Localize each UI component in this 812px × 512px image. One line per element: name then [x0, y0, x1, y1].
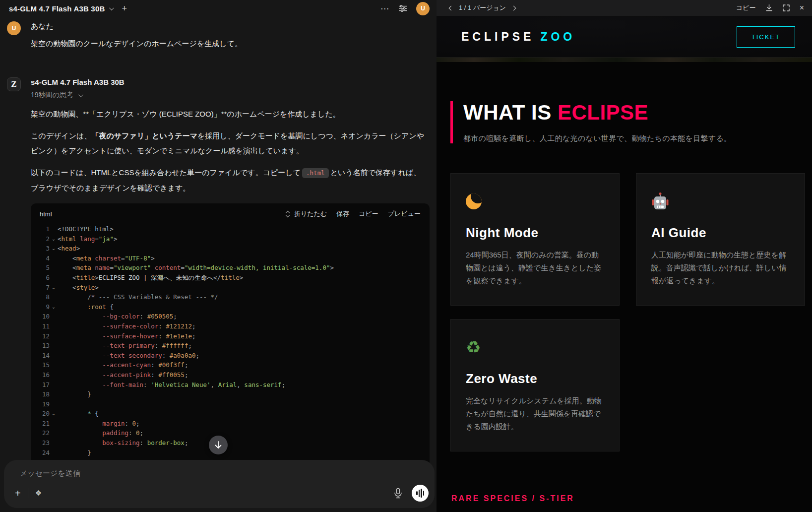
code-text: } — [58, 389, 91, 399]
message-composer: + ❖ — [4, 460, 435, 508]
card-title: Zero Waste — [466, 371, 604, 386]
fold-chevron-icon[interactable]: ⌄ — [50, 234, 58, 244]
line-number: 16 — [31, 370, 50, 380]
assistant-paragraph-3: 以下のコードは、HTMLとCSSを組み合わせた単一のファイルです。コピーして.h… — [31, 165, 427, 195]
inline-code-html: .html — [302, 168, 329, 178]
code-line: 15 --accent-cyan: #00f3ff; — [31, 360, 430, 370]
model-title[interactable]: s4-GLM 4.7 Flash A3B 30B — [9, 4, 105, 13]
site-navbar: ECLIPSEZOO TICKET — [437, 16, 812, 57]
tools-icon[interactable]: ❖ — [35, 489, 42, 498]
line-number: 18 — [31, 389, 50, 399]
code-line: 21 margin: 0; — [31, 419, 430, 429]
chat-panel: s4-GLM 4.7 Flash A3B 30B + ⋯ U U — [0, 0, 437, 512]
line-number: 6 — [31, 273, 50, 283]
code-text: --font-main: 'Helvetica Neue', Arial, sa… — [58, 380, 285, 390]
ticket-button[interactable]: TICKET — [737, 26, 795, 48]
assistant-name: s4-GLM 4.7 Flash A3B 30B — [31, 76, 427, 86]
assistant-message: Z s4-GLM 4.7 Flash A3B 30B 19秒間の思考 架空の動物… — [7, 76, 437, 492]
code-line: 24 } — [31, 448, 430, 458]
fold-spacer — [50, 312, 58, 321]
line-number: 19 — [31, 399, 50, 409]
fold-chevron-icon[interactable]: ⌄ — [50, 409, 58, 419]
app-window: s4-GLM 4.7 Flash A3B 30B + ⋯ U U — [0, 0, 812, 512]
message-input[interactable] — [20, 469, 367, 477]
code-line: 11 --surface-color: #121212; — [31, 321, 430, 331]
copy-preview-button[interactable]: コピー — [736, 3, 756, 12]
code-text: --text-primary: #ffffff; — [58, 341, 192, 351]
message-list: U あなた 架空の動物園のクールなデザインのホームページを生成して。 Z s4-… — [0, 20, 437, 492]
line-number: 15 — [31, 360, 50, 370]
fold-spacer — [50, 351, 58, 361]
chat-header: s4-GLM 4.7 Flash A3B 30B + ⋯ U — [0, 0, 437, 17]
previous-version-icon[interactable] — [449, 5, 454, 10]
line-number: 24 — [31, 448, 50, 458]
code-line: 1<!DOCTYPE html> — [31, 224, 430, 234]
fold-spacer — [50, 331, 58, 341]
fold-spacer — [50, 389, 58, 399]
thinking-toggle[interactable]: 19秒間の思考 — [31, 91, 427, 100]
composer-divider — [28, 488, 28, 498]
code-line: 4 <meta charset="UTF-8"> — [31, 254, 430, 263]
code-line: 19 — [31, 399, 430, 409]
fold-chevron-icon[interactable]: ⌄ — [50, 302, 58, 312]
code-line: 17 --font-main: 'Helvetica Neue', Arial,… — [31, 380, 430, 390]
more-options-icon[interactable]: ⋯ — [380, 3, 389, 14]
code-text: --surface-color: #121212; — [58, 321, 195, 331]
new-chat-button[interactable]: + — [122, 3, 127, 14]
close-icon[interactable]: × — [800, 3, 804, 12]
fold-chevron-icon[interactable]: ⌄ — [50, 244, 58, 254]
waveform-icon — [416, 491, 418, 495]
code-text: :root { — [58, 302, 114, 312]
preview-button[interactable]: プレビュー — [388, 209, 421, 218]
fold-chevron-icon[interactable]: ⌄ — [50, 283, 58, 293]
robot-icon — [651, 192, 669, 211]
code-line: 12 --surface-hover: #1e1e1e; — [31, 331, 430, 341]
next-version-icon[interactable] — [511, 5, 516, 10]
chevron-down-icon[interactable] — [109, 5, 114, 10]
site-content: WHAT IS ECLIPSE 都市の喧騒を遮断し、人工的な光のない世界で、動物… — [437, 101, 792, 451]
save-button[interactable]: 保存 — [336, 209, 349, 218]
user-message-text: 架空の動物園のクールなデザインのホームページを生成して。 — [31, 37, 427, 50]
code-text: --bg-color: #050505; — [58, 312, 177, 321]
fold-spacer — [50, 292, 58, 302]
line-number: 9 — [31, 302, 50, 312]
code-line: 20⌄ * { — [31, 409, 430, 419]
version-label: 1 / 1 バージョン — [459, 3, 506, 12]
line-number: 11 — [31, 321, 50, 331]
code-language-label: html — [40, 210, 52, 218]
what-is-section: WHAT IS ECLIPSE 都市の喧騒を遮断し、人工的な光のない世界で、動物… — [450, 101, 792, 143]
preview-toolbar: 1 / 1 バージョン コピー × — [437, 0, 812, 16]
collapse-button[interactable]: 折りたたむ — [294, 209, 327, 218]
fold-spacer — [50, 254, 58, 263]
collapse-sort-icon[interactable] — [286, 211, 289, 217]
line-number: 14 — [31, 351, 50, 361]
voice-mode-button[interactable] — [412, 485, 429, 502]
fold-spacer — [50, 341, 58, 351]
user-avatar[interactable]: U — [416, 2, 430, 15]
scroll-to-bottom-button[interactable] — [209, 436, 228, 454]
card-zero-waste: ♻ Zero Waste 完全なリサイクルシステムを採用。動物たちが自然に還り、… — [450, 319, 620, 451]
arrow-down-icon — [214, 441, 222, 449]
line-number: 17 — [31, 380, 50, 390]
copy-button[interactable]: コピー — [359, 209, 378, 218]
code-line: 7⌄ <style> — [31, 283, 430, 293]
code-block-header: html 折りたたむ 保存 コピー プレビュー — [31, 203, 430, 220]
model-settings-sliders-icon[interactable] — [398, 4, 407, 13]
code-text: padding: 0; — [58, 428, 143, 438]
attach-button[interactable]: + — [15, 488, 21, 499]
code-text: box-sizing: border-box; — [58, 438, 188, 448]
fullscreen-icon[interactable] — [782, 4, 790, 12]
code-text: <style> — [58, 283, 99, 293]
line-number: 5 — [31, 263, 50, 273]
line-number: 22 — [31, 428, 50, 438]
card-description: 完全なリサイクルシステムを採用。動物たちが自然に還り、共生関係を再確認できる園内… — [466, 394, 604, 433]
chevron-down-icon — [78, 92, 83, 97]
download-icon[interactable] — [765, 4, 773, 12]
microphone-icon[interactable] — [393, 488, 403, 499]
code-text: --accent-cyan: #00f3ff; — [58, 360, 188, 370]
code-text: margin: 0; — [58, 419, 140, 429]
user-message-avatar: U — [7, 21, 21, 35]
preview-panel: 1 / 1 バージョン コピー × ECLIPSEZOO TICKET — [437, 0, 812, 512]
fold-spacer — [50, 419, 58, 429]
site-brand: ECLIPSEZOO — [461, 30, 575, 44]
